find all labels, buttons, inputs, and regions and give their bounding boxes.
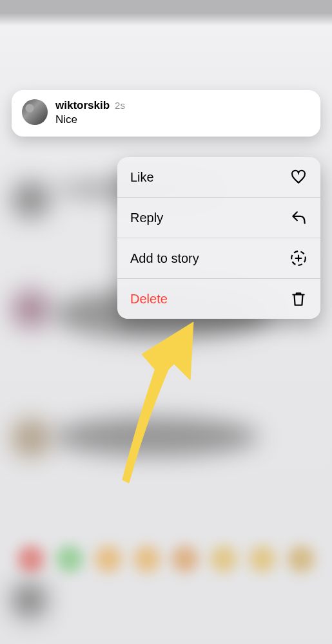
comment-card[interactable]: wiktorskib 2s Nice [12,90,320,137]
menu-item-like[interactable]: Like [117,157,320,197]
menu-item-label: Delete [130,292,168,307]
comment-text: Nice [55,113,125,126]
comment-body: wiktorskib 2s Nice [55,99,125,126]
username[interactable]: wiktorskib [55,99,110,112]
menu-item-add-to-story[interactable]: Add to story [117,238,320,278]
heart-icon [289,168,308,186]
menu-item-delete[interactable]: Delete [117,278,320,319]
avatar [22,99,48,125]
trash-icon [289,290,308,308]
timestamp: 2s [115,100,125,111]
menu-item-reply[interactable]: Reply [117,197,320,238]
add-story-icon [289,249,308,267]
menu-item-label: Add to story [130,251,199,266]
comment-meta: wiktorskib 2s [55,99,125,112]
reaction-row [0,541,332,576]
context-menu: Like Reply Add to story Delete [117,157,320,319]
menu-item-label: Like [130,170,154,185]
menu-item-label: Reply [130,211,163,225]
reply-icon [289,209,308,227]
